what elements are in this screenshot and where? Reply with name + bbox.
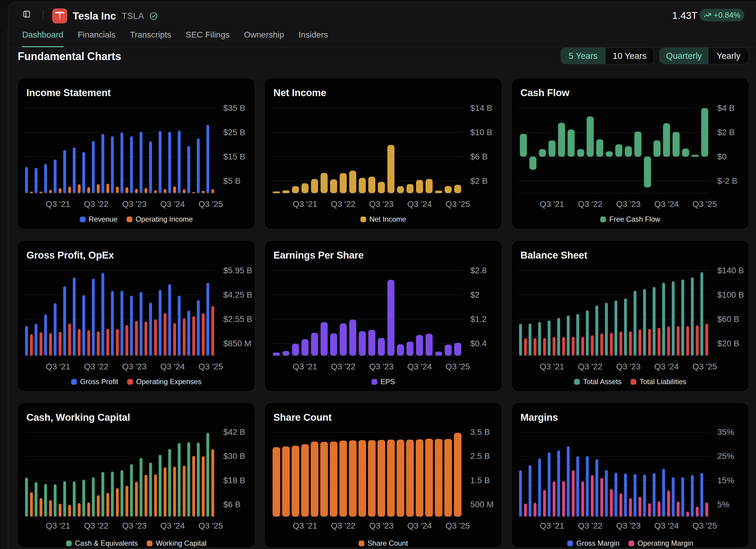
bar-gross-profit[interactable]: [121, 291, 124, 356]
bar-free-cash-flow[interactable]: [663, 123, 670, 157]
bar-total-liabilities[interactable]: [639, 330, 642, 356]
bar-eps[interactable]: [311, 333, 318, 356]
bar-gross-margin[interactable]: [548, 452, 551, 517]
tab-ownership[interactable]: Ownership: [244, 30, 285, 47]
period-option-quarterly[interactable]: Quarterly: [660, 48, 708, 64]
bar-net-income[interactable]: [273, 191, 280, 193]
bar-total-liabilities[interactable]: [572, 337, 575, 356]
bar-cash-equivalents[interactable]: [101, 472, 104, 517]
bar-net-income[interactable]: [340, 173, 347, 193]
bar-cash-equivalents[interactable]: [168, 449, 171, 517]
bar-operating-margin[interactable]: [524, 504, 527, 517]
bar-total-assets[interactable]: [557, 318, 560, 356]
bar-revenue[interactable]: [25, 167, 28, 193]
bar-share-count[interactable]: [387, 440, 395, 517]
bar-total-assets[interactable]: [567, 315, 570, 356]
bar-free-cash-flow[interactable]: [539, 149, 546, 156]
bar-total-liabilities[interactable]: [553, 337, 556, 356]
bar-operating-margin[interactable]: [581, 481, 584, 517]
bar-gross-margin[interactable]: [605, 470, 608, 517]
bar-revenue[interactable]: [54, 160, 57, 193]
bar-cash-equivalents[interactable]: [92, 477, 95, 517]
bar-net-income[interactable]: [311, 179, 318, 193]
bar-total-liabilities[interactable]: [658, 328, 661, 356]
bar-operating-margin[interactable]: [658, 501, 661, 517]
bar-revenue[interactable]: [73, 147, 76, 193]
bar-eps[interactable]: [387, 280, 395, 356]
bar-share-count[interactable]: [273, 447, 280, 517]
bar-operating-expenses[interactable]: [106, 329, 109, 356]
bar-cash-equivalents[interactable]: [73, 481, 76, 517]
bar-free-cash-flow[interactable]: [520, 134, 527, 157]
bar-operating-margin[interactable]: [639, 497, 642, 517]
bar-total-liabilities[interactable]: [686, 326, 689, 356]
bar-gross-profit[interactable]: [44, 315, 47, 356]
bar-operating-expenses[interactable]: [49, 333, 52, 356]
bar-working-capital[interactable]: [68, 505, 71, 517]
bar-gross-margin[interactable]: [662, 469, 665, 517]
bar-share-count[interactable]: [416, 439, 423, 517]
bar-working-capital[interactable]: [202, 456, 205, 517]
bar-total-assets[interactable]: [624, 299, 627, 356]
bar-total-assets[interactable]: [662, 283, 665, 356]
bar-share-count[interactable]: [349, 440, 357, 517]
bar-total-liabilities[interactable]: [610, 333, 613, 356]
bar-operating-income[interactable]: [40, 191, 43, 193]
bar-total-assets[interactable]: [548, 321, 551, 356]
bar-cash-equivalents[interactable]: [25, 478, 28, 517]
bar-working-capital[interactable]: [192, 456, 195, 517]
bar-gross-margin[interactable]: [681, 477, 684, 517]
bar-share-count[interactable]: [320, 442, 328, 517]
bar-operating-expenses[interactable]: [145, 322, 148, 356]
bar-working-capital[interactable]: [30, 492, 33, 517]
bar-free-cash-flow[interactable]: [673, 132, 680, 156]
bar-operating-expenses[interactable]: [125, 325, 128, 356]
bar-working-capital[interactable]: [40, 498, 43, 517]
bar-net-income[interactable]: [282, 190, 290, 193]
bar-gross-profit[interactable]: [178, 296, 181, 356]
bar-gross-margin[interactable]: [529, 465, 532, 517]
bar-operating-expenses[interactable]: [40, 332, 43, 356]
bar-total-assets[interactable]: [586, 310, 589, 356]
bar-net-income[interactable]: [416, 180, 423, 193]
bar-total-liabilities[interactable]: [600, 333, 603, 356]
bar-working-capital[interactable]: [97, 495, 100, 517]
bar-total-assets[interactable]: [519, 324, 522, 356]
bar-cash-equivalents[interactable]: [159, 455, 162, 517]
bar-cash-equivalents[interactable]: [63, 481, 66, 517]
bar-total-liabilities[interactable]: [667, 327, 670, 356]
bar-operating-margin[interactable]: [696, 507, 699, 517]
bar-revenue[interactable]: [121, 132, 124, 193]
bar-gross-margin[interactable]: [672, 477, 675, 517]
bar-net-income[interactable]: [387, 145, 395, 193]
bar-eps[interactable]: [378, 338, 385, 356]
bar-total-assets[interactable]: [538, 322, 541, 356]
bar-share-count[interactable]: [339, 441, 347, 517]
bar-operating-income[interactable]: [202, 191, 205, 193]
bar-gross-margin[interactable]: [567, 446, 570, 517]
bar-net-income[interactable]: [426, 179, 433, 193]
bar-share-count[interactable]: [406, 440, 414, 517]
bar-share-count[interactable]: [378, 440, 385, 517]
bar-free-cash-flow[interactable]: [701, 108, 708, 157]
bar-cash-equivalents[interactable]: [178, 443, 181, 517]
bar-gross-profit[interactable]: [111, 291, 114, 356]
bar-cash-equivalents[interactable]: [187, 442, 190, 517]
bar-cash-equivalents[interactable]: [82, 480, 85, 517]
bar-gross-profit[interactable]: [140, 292, 143, 356]
bar-gross-profit[interactable]: [82, 295, 85, 356]
bar-operating-margin[interactable]: [572, 470, 575, 517]
tab-financials[interactable]: Financials: [77, 30, 116, 47]
bar-working-capital[interactable]: [125, 486, 128, 517]
bar-net-income[interactable]: [454, 185, 461, 193]
bar-eps[interactable]: [454, 343, 461, 356]
bar-total-assets[interactable]: [605, 303, 608, 356]
tab-insiders[interactable]: Insiders: [298, 30, 328, 47]
bar-net-income[interactable]: [397, 186, 404, 193]
bar-revenue[interactable]: [63, 150, 66, 193]
bar-net-income[interactable]: [321, 173, 328, 193]
bar-net-income[interactable]: [302, 183, 309, 193]
bar-total-liabilities[interactable]: [619, 332, 622, 356]
bar-share-count[interactable]: [454, 433, 461, 517]
bar-total-assets[interactable]: [700, 272, 703, 356]
